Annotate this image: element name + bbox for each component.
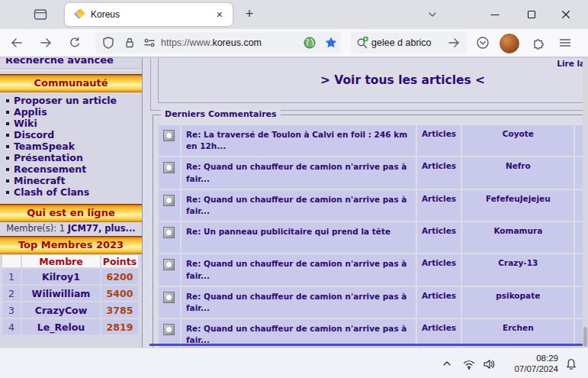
comment-author-link[interactable]: Nefro [462,157,574,188]
comment-category-link[interactable]: Articles [417,287,461,318]
comment-title-link[interactable]: Re: Quand un chauffeur de camion n'arriv… [182,157,416,188]
top-member-row: 1 Kilroy1 6200 [2,269,138,284]
comment-author-link[interactable]: psikopate [462,287,574,318]
comment-category-link[interactable]: Articles [417,222,461,253]
new-tab-button[interactable]: + [240,5,259,24]
pocket-icon[interactable] [476,36,490,50]
page-viewport: Recherche avancée Communauté Proposer un… [0,58,588,347]
firefox-view-icon[interactable] [34,8,47,21]
member-name-link[interactable]: Le_Relou [22,319,100,334]
tab-koreus[interactable]: Koreus × [65,3,233,26]
back-icon[interactable] [10,36,24,50]
taskbar-clock[interactable]: 08:29 07/07/2024 [488,353,558,374]
hidden-icons-chevron-icon[interactable] [441,357,453,373]
member-column-header: Membre [22,255,100,267]
comment-category-link[interactable]: Articles [417,254,461,285]
comment-bullet-cell [159,190,180,221]
comment-bullet-icon [163,227,175,238]
comment-bullet-cell [159,287,180,318]
url-bar[interactable]: https://www.koreus.com [95,32,341,53]
browser-tab-bar: Koreus × + [0,0,588,29]
online-member-link[interactable]: JCM77 [68,223,98,234]
sidebar-menu-item[interactable]: Proposer un article [0,95,142,106]
tab-close-icon[interactable]: × [213,8,227,21]
bookmark-star-icon[interactable] [324,36,338,50]
search-input-value[interactable]: gelee d abrico [371,37,432,48]
article-box-inner: Lire la suite... | 9 co > Voir tous les … [158,58,588,103]
comment-bullet-icon [163,292,175,303]
sidebar-menu-item[interactable]: Discord [0,129,142,141]
profile-avatar[interactable] [500,34,519,53]
window-minimize-button[interactable] [479,0,511,29]
member-name-link[interactable]: Kilroy1 [22,269,100,284]
comment-bullet-icon [163,162,175,173]
url-text[interactable]: https://www.koreus.com [161,37,262,48]
comment-title-link[interactable]: Re: Quand un chauffeur de camion n'arriv… [182,190,416,221]
comment-row: Re: Quand un chauffeur de camion n'arriv… [159,190,588,221]
comment-author-link[interactable]: Komamura [462,222,574,253]
sidebar-menu-item[interactable]: Minecraft [0,175,142,186]
comment-author-link[interactable]: Coyote [462,125,574,156]
top-member-row: 4 Le_Relou 2819 [2,319,138,334]
advanced-search-link[interactable]: Recherche avancée [5,58,114,66]
comment-category-link[interactable]: Articles [417,125,461,156]
tab-title: Koreus [91,9,120,20]
comment-title-link[interactable]: Re: La traversé de Toulon à Calvi en foi… [182,125,416,156]
article-footer-line: Lire la suite... | 9 co [159,59,588,68]
sidebar-menu-item[interactable]: Recensement [0,163,142,175]
comment-title-link[interactable]: Re: Quand un chauffeur de camion n'arriv… [182,287,416,318]
comment-bullet-cell [159,222,180,253]
comment-author-link[interactable]: FefefeuJejejeu [462,190,574,221]
comment-category-link[interactable]: Articles [417,190,461,221]
member-points: 3785 [101,302,138,318]
comment-row: Re: Quand un chauffeur de camion n'arriv… [159,254,588,285]
search-bar[interactable]: gelee d abrico [351,32,467,53]
member-name-link[interactable]: CrazyCow [22,302,100,318]
top-member-row: 2 Wiliwilliam 5400 [2,286,138,301]
top-members-section-header: Top Membres 2023 [0,236,142,254]
sidebar-menu-item[interactable]: Wiki [0,118,142,129]
forward-icon[interactable] [39,36,53,50]
sidebar-menu-item[interactable]: Présentation [0,152,142,163]
sidebar-menu-item[interactable]: TeamSpeak [0,141,142,152]
member-rank: 2 [2,286,21,301]
main-content: Lire la suite... | 9 co > Voir tous les … [143,58,588,347]
notifications-bell-icon[interactable] [564,357,578,374]
comment-author-link[interactable]: Crazy-13 [462,254,574,285]
translate-globe-icon[interactable] [303,36,316,50]
comment-title-link[interactable]: Re: Un panneau publicitaire qui prend la… [182,222,416,253]
reload-icon[interactable] [68,36,82,50]
online-more-link[interactable]: , plus... [98,223,136,234]
top-members-header-row: Membre Points [2,255,138,267]
comments-table: Re: La traversé de Toulon à Calvi en foi… [157,124,588,347]
comment-row: Re: Quand un chauffeur de camion n'arriv… [159,157,588,188]
latest-comments-title: Derniers Commentaires [161,109,281,119]
window-close-button[interactable] [550,0,582,29]
wifi-icon[interactable] [462,357,476,374]
comment-bullet-icon [163,259,175,270]
menu-hamburger-icon[interactable] [558,36,572,50]
scrollbar-thumb[interactable] [583,327,587,347]
view-all-articles-link[interactable]: > Voir tous les articles < [159,73,588,87]
browser-toolbar: https://www.koreus.com gelee d abrico [0,29,588,58]
comment-category-link[interactable]: Articles [417,157,461,188]
permissions-toggle-icon[interactable] [143,36,156,50]
shield-icon[interactable] [101,36,115,50]
list-tabs-chevron-icon[interactable] [426,8,439,21]
comment-title-link[interactable]: Re: Quand un chauffeur de camion n'arriv… [182,254,416,285]
comment-bullet-cell [159,157,180,188]
member-name-link[interactable]: Wiliwilliam [22,286,100,301]
top-members-table: Membre Points 1 Kilroy1 6200 2 Wiliwilli… [1,254,140,336]
page-scrollbar[interactable] [583,58,588,347]
top-member-row: 3 CrazyCow 3785 [2,302,138,318]
lock-icon[interactable] [123,36,137,50]
extensions-puzzle-icon[interactable] [532,36,545,50]
member-rank: 3 [2,302,21,318]
member-points: 2819 [101,319,138,334]
member-points: 6200 [101,269,138,284]
window-maximize-button[interactable] [516,0,548,29]
koreus-favicon [74,9,85,20]
sidebar-menu-item[interactable]: Clash of Clans [0,186,142,198]
search-go-arrow-icon[interactable] [447,36,461,50]
sidebar-menu-item[interactable]: Applis [0,106,142,118]
